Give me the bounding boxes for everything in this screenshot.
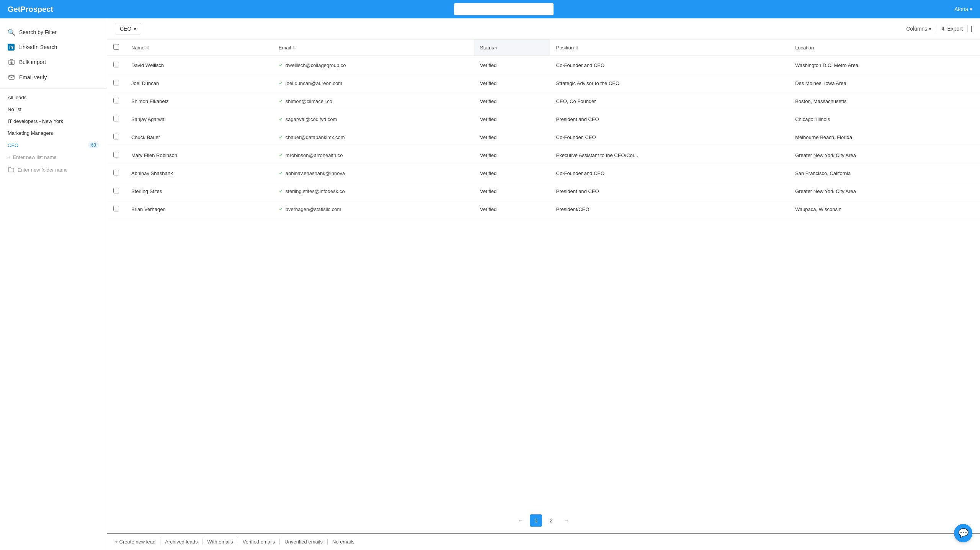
sidebar-item-no-list[interactable]: No list (0, 103, 107, 115)
main-layout: 🔍 Search by Filter in LinkedIn Search Bu… (0, 18, 980, 550)
prev-page-button[interactable]: ← (514, 516, 527, 525)
leads-table-wrapper: Name ⇅ Email ⇅ Status ▾ Position (107, 39, 980, 508)
row-status: Verified (474, 182, 550, 200)
select-all-checkbox[interactable] (113, 44, 119, 50)
create-new-lead-label: Create new lead (119, 539, 156, 545)
sidebar-item-all-leads[interactable]: All leads (0, 92, 107, 103)
unverified-emails-link[interactable]: Unverified emails (280, 539, 328, 545)
row-location: Greater New York City Area (789, 182, 980, 200)
select-all-col (107, 39, 125, 56)
columns-button[interactable]: Columns ▾ (906, 26, 931, 32)
sidebar-item-ceo[interactable]: CEO 63 (0, 139, 107, 151)
col-status[interactable]: Status ▾ (474, 39, 550, 56)
table-row: Abhinav Shashank ✓ abhinav.shashank@inno… (107, 164, 980, 182)
sidebar-item-ceo-label: CEO (8, 142, 18, 148)
email-value: bverhagen@statisllc.com (286, 206, 341, 212)
email-verified-icon: ✓ (279, 98, 283, 104)
columns-chevron-icon: ▾ (929, 26, 931, 32)
table-row: Brian Verhagen ✓ bverhagen@statisllc.com… (107, 200, 980, 218)
sidebar-item-search-by-filter[interactable]: 🔍 Search by Filter (0, 25, 107, 40)
add-list-button[interactable]: + Enter new list name (0, 151, 107, 163)
row-position: CEO, Co Founder (550, 92, 789, 110)
email-value: shimon@climacell.co (286, 98, 332, 104)
row-name: Mary Ellen Robinson (125, 146, 273, 164)
leads-table: Name ⇅ Email ⇅ Status ▾ Position (107, 39, 980, 218)
row-position: Strategic Advisor to the CEO (550, 74, 789, 92)
table-row: Sanjay Agarwal ✓ sagarwal@codifyd.com Ve… (107, 110, 980, 128)
status-sort-icon: ▾ (495, 46, 498, 50)
row-email: ✓ sagarwal@codifyd.com (273, 110, 474, 128)
chat-button[interactable]: 💬 (954, 524, 972, 542)
export-button[interactable]: ⬇ Export (936, 26, 962, 32)
with-emails-link[interactable]: With emails (203, 539, 238, 545)
toolbar-right: Columns ▾ ⬇ Export | (906, 25, 972, 32)
row-email: ✓ joel.duncan@aureon.com (273, 74, 474, 92)
export-label: Export (947, 26, 962, 32)
row-email: ✓ cbauer@databankimx.com (273, 128, 474, 146)
row-name: Abhinav Shashank (125, 164, 273, 182)
pagination: ← 1 2 → (107, 508, 980, 533)
row-status: Verified (474, 92, 550, 110)
row-checkbox[interactable] (113, 134, 119, 139)
row-checkbox-cell (107, 146, 125, 164)
user-name: Alona (954, 6, 968, 12)
table-row: David Wellisch ✓ dwellisch@collagegroup.… (107, 56, 980, 74)
row-location: San Francisco, California (789, 164, 980, 182)
svg-rect-1 (9, 75, 14, 79)
user-chevron-icon: ▾ (970, 6, 972, 12)
sidebar-item-linkedin-search[interactable]: in LinkedIn Search (0, 40, 107, 54)
next-page-button[interactable]: → (560, 516, 573, 525)
row-status: Verified (474, 74, 550, 92)
col-name-label: Name (131, 45, 145, 51)
col-position[interactable]: Position ⇅ (550, 39, 789, 56)
row-name: Chuck Bauer (125, 128, 273, 146)
sidebar-item-marketing-managers[interactable]: Marketing Managers (0, 127, 107, 139)
row-email: ✓ mrobinson@arrohealth.co (273, 146, 474, 164)
row-checkbox[interactable] (113, 80, 119, 85)
sidebar-item-bulk-import[interactable]: Bulk import (0, 54, 107, 70)
row-position: President/CEO (550, 200, 789, 218)
row-position: Co-Founder, CEO (550, 128, 789, 146)
row-checkbox[interactable] (113, 152, 119, 157)
sidebar-item-it-developers-ny[interactable]: IT developers - New York (0, 115, 107, 127)
page-2-button[interactable]: 2 (545, 514, 557, 527)
row-checkbox-cell (107, 56, 125, 74)
row-name: Sanjay Agarwal (125, 110, 273, 128)
table-row: Joel Duncan ✓ joel.duncan@aureon.com Ver… (107, 74, 980, 92)
more-options-button[interactable]: | (967, 25, 972, 32)
row-name: Shimon Elkabetz (125, 92, 273, 110)
row-status: Verified (474, 56, 550, 74)
row-location: Waupaca, Wisconsin (789, 200, 980, 218)
archived-leads-link[interactable]: Archived leads (160, 539, 203, 545)
row-checkbox[interactable] (113, 170, 119, 175)
global-search-input[interactable] (454, 3, 554, 15)
row-email: ✓ abhinav.shashank@innova (273, 164, 474, 182)
bulk-import-icon (8, 58, 15, 66)
row-checkbox-cell (107, 182, 125, 200)
filter-button[interactable]: CEO ▾ (115, 23, 141, 34)
email-sort-icon: ⇅ (292, 46, 296, 50)
col-email[interactable]: Email ⇅ (273, 39, 474, 56)
col-name[interactable]: Name ⇅ (125, 39, 273, 56)
page-1-button[interactable]: 1 (530, 514, 542, 527)
row-checkbox[interactable] (113, 188, 119, 193)
table-row: Shimon Elkabetz ✓ shimon@climacell.co Ve… (107, 92, 980, 110)
email-verified-icon: ✓ (279, 134, 283, 140)
sidebar-item-label: Email verify (19, 74, 47, 80)
row-email: ✓ dwellisch@collagegroup.co (273, 56, 474, 74)
row-location: Des Moines, Iowa Area (789, 74, 980, 92)
table-row: Chuck Bauer ✓ cbauer@databankimx.com Ver… (107, 128, 980, 146)
row-checkbox[interactable] (113, 206, 119, 211)
footer-bar: + Create new lead Archived leads With em… (107, 533, 980, 550)
row-checkbox[interactable] (113, 116, 119, 121)
verified-emails-link[interactable]: Verified emails (238, 539, 280, 545)
row-checkbox[interactable] (113, 62, 119, 67)
sidebar-item-email-verify[interactable]: Email verify (0, 70, 107, 85)
add-folder-button[interactable]: Enter new folder name (0, 163, 107, 176)
no-emails-link[interactable]: No emails (328, 539, 359, 545)
user-menu[interactable]: Alona ▾ (954, 6, 972, 12)
create-new-lead-button[interactable]: + Create new lead (115, 539, 160, 545)
row-checkbox[interactable] (113, 98, 119, 103)
row-name: Joel Duncan (125, 74, 273, 92)
row-location: Chicago, Illinois (789, 110, 980, 128)
